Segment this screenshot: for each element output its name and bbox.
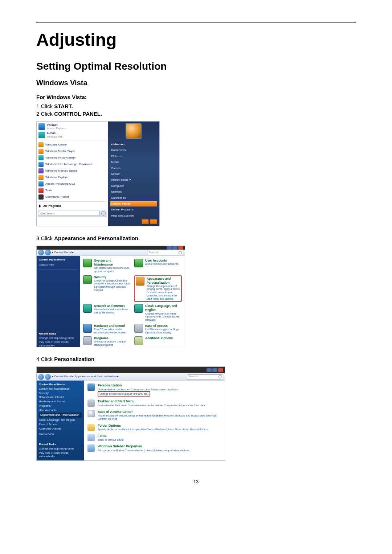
right-item[interactable]: Games [110, 166, 157, 171]
start-item[interactable]: Windows Meeting Space [38, 168, 107, 174]
all-programs[interactable]: All Programs [38, 203, 107, 209]
user-picture[interactable] [126, 123, 142, 139]
right-item[interactable]: Music [110, 160, 157, 165]
cat-additional[interactable]: Additional Options [134, 336, 182, 347]
row-taskbar[interactable]: Taskbar and Start MenuCustomize the Star… [87, 399, 221, 407]
cat-programs[interactable]: ProgramsUninstall a program Change start… [83, 336, 131, 347]
lock-button[interactable] [150, 219, 157, 224]
start-internet[interactable]: Internet Internet Explorer [38, 123, 107, 130]
toolbar-search[interactable]: Search [147, 250, 183, 255]
shield-icon [83, 275, 92, 284]
power-button[interactable] [142, 219, 149, 224]
ease-icon [87, 410, 95, 417]
ap-main: Personalization Change desktop backgroun… [84, 381, 225, 460]
start-item[interactable]: Command Prompt [38, 194, 107, 200]
start-item[interactable]: Adobe Photoshop CS2 [38, 181, 107, 187]
wmp-icon [38, 149, 44, 154]
row-personalization[interactable]: Personalization Change desktop backgroun… [87, 383, 221, 397]
row-ease[interactable]: Ease of Access CenterAccommodate low vis… [87, 410, 221, 421]
classic-view-link[interactable]: Classic View [39, 263, 78, 267]
minimize-button[interactable] [207, 368, 212, 372]
close-button[interactable] [178, 246, 183, 250]
sidebar-item[interactable]: Clock, Language, and Region [39, 418, 82, 422]
start-menu-left: Internet Internet Explorer E-mail Window… [37, 122, 108, 226]
start-item[interactable]: Tetris [38, 188, 107, 193]
recent-task-link[interactable]: Change desktop background [39, 447, 82, 451]
sidebar-item[interactable]: Security [39, 391, 82, 395]
explorer-icon [38, 175, 44, 180]
maximize-button[interactable] [172, 246, 177, 250]
cp-home[interactable]: Control Panel Home [39, 383, 82, 386]
right-item[interactable]: Recent Items [110, 177, 157, 182]
right-item[interactable]: Pictures [110, 154, 157, 159]
start-search-input[interactable] [39, 211, 100, 216]
recent-task-link[interactable]: Play CDs or other media automatically [39, 340, 78, 347]
sidebar-item[interactable]: Programs [39, 404, 82, 408]
right-item-control-panel[interactable]: Control Panel [110, 201, 157, 206]
classic-view-link[interactable]: Classic View [39, 432, 82, 436]
start-item[interactable]: Windows Live Messenger Download [38, 161, 107, 167]
row-fonts[interactable]: FontsInstall or remove a font [87, 434, 221, 442]
forward-button[interactable] [45, 250, 51, 255]
cat-appearance[interactable]: Appearance and PersonalizationChange the… [134, 275, 182, 302]
step-1: 1 Click START. [36, 103, 356, 109]
clock-icon [134, 304, 143, 313]
monitor-icon [136, 277, 144, 286]
cat-ease-of-access[interactable]: Ease of AccessLet Windows suggest settin… [134, 324, 182, 335]
right-item[interactable]: Computer [110, 184, 157, 189]
screenshot-appearance: ▸Control Panel ▸Appearance and Personali… [36, 366, 225, 461]
step-4: 4 Click Personalization [36, 356, 356, 362]
sidebar-item[interactable]: System and Maintenance [39, 387, 82, 391]
recent-task-link[interactable]: Play CDs or other media automatically [39, 451, 82, 459]
cat-user-accounts[interactable]: User AccountsAdd or remove user accounts [134, 259, 182, 273]
explorer-toolbar: ▸Control Panel ▸Appearance and Personali… [37, 373, 225, 381]
search-icon[interactable] [101, 211, 106, 216]
toolbar-search[interactable]: Search [187, 374, 223, 379]
row-folder[interactable]: Folder OptionsSpecify single- or double-… [87, 424, 221, 431]
personalization-icon [87, 383, 95, 391]
cat-network[interactable]: Network and InternetView network status … [83, 304, 131, 321]
forward-button[interactable] [45, 374, 51, 380]
close-button[interactable] [218, 368, 223, 372]
right-user[interactable]: vista-user [110, 142, 157, 147]
recent-task-link[interactable]: Change desktop background [39, 336, 78, 340]
cp-home[interactable]: Control Panel Home [39, 258, 78, 262]
start-item[interactable]: Welcome Center [38, 142, 107, 148]
start-item[interactable]: Windows Explorer [38, 175, 107, 180]
intro-line: For Windows Vista: [36, 93, 356, 102]
right-item[interactable]: Documents [110, 148, 157, 153]
breadcrumb[interactable]: ▸Control Panel▸ [52, 251, 74, 254]
recent-tasks-header: Recent Tasks [39, 332, 78, 336]
cat-security[interactable]: SecurityCheck for updates Check this com… [83, 275, 131, 302]
sidebar-item[interactable]: Hardware and Sound [39, 400, 82, 403]
start-item[interactable]: Windows Photo Gallery [38, 155, 107, 161]
messenger-icon [38, 162, 44, 167]
cat-system[interactable]: System and MaintenanceGet started with W… [83, 259, 131, 273]
cat-clock[interactable]: Clock, Language, and RegionChange keyboa… [134, 304, 182, 321]
sidebar-item[interactable]: Additional Options [39, 427, 82, 431]
sidebar-item[interactable]: Ease of Access [39, 423, 82, 426]
right-item[interactable]: Search [110, 172, 157, 177]
photoshop-icon [38, 181, 44, 186]
sidebar-item[interactable]: User Accounts [39, 409, 82, 412]
right-item[interactable]: Help and Support [110, 213, 157, 218]
right-item[interactable]: Connect To [110, 196, 157, 201]
back-button[interactable] [38, 250, 44, 255]
start-search-row [38, 210, 107, 217]
start-email[interactable]: E-mail Windows Mail [38, 131, 107, 138]
back-button[interactable] [38, 374, 44, 380]
chevron-right-icon [130, 178, 131, 181]
sidebar-item[interactable]: Network and Internet [39, 395, 82, 399]
row-sidebar[interactable]: Windows Sidebar PropertiesAdd gadgets to… [87, 444, 221, 452]
step-3: 3 Click Appearance and Personalization. [36, 235, 356, 241]
right-item[interactable]: Network [110, 189, 157, 194]
minimize-button[interactable] [167, 246, 172, 250]
sidebar-item-current[interactable]: Appearance and Personalization [39, 413, 82, 418]
right-item[interactable]: Default Programs [110, 207, 157, 212]
cat-hardware[interactable]: Hardware and SoundPlay CDs or other medi… [83, 324, 131, 335]
fonts-icon [87, 434, 95, 441]
additional-icon [134, 336, 143, 345]
breadcrumb[interactable]: ▸Control Panel ▸Appearance and Personali… [52, 375, 119, 378]
start-item[interactable]: Windows Media Player [38, 148, 107, 154]
maximize-button[interactable] [212, 368, 217, 372]
